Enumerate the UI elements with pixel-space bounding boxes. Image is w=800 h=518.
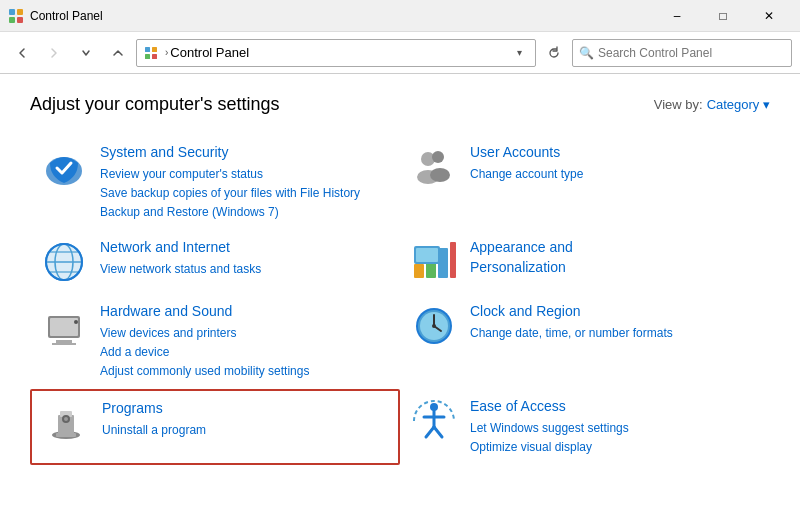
svg-point-10 <box>432 151 444 163</box>
appearance-title[interactable]: Appearance andPersonalization <box>470 238 760 277</box>
clock-region-icon <box>410 302 458 350</box>
refresh-button[interactable] <box>540 39 568 67</box>
svg-rect-25 <box>416 248 438 262</box>
programs-text: Programs Uninstall a program <box>102 399 388 440</box>
view-by-control: View by: Category ▾ <box>654 97 770 112</box>
system-security-icon <box>40 143 88 191</box>
address-bar: › Control Panel ▾ 🔍 <box>0 32 800 74</box>
search-box[interactable]: 🔍 <box>572 39 792 67</box>
category-programs[interactable]: Programs Uninstall a program <box>30 389 400 465</box>
maximize-button[interactable]: □ <box>700 0 746 32</box>
ease-access-link-2[interactable]: Optimize visual display <box>470 438 760 457</box>
network-internet-links: View network status and tasks <box>100 260 390 279</box>
svg-rect-5 <box>152 47 157 52</box>
search-input[interactable] <box>598 46 785 60</box>
svg-point-36 <box>432 324 436 328</box>
svg-rect-0 <box>9 9 15 15</box>
programs-icon <box>42 399 90 447</box>
category-user-accounts[interactable]: User Accounts Change account type <box>400 135 770 230</box>
svg-rect-42 <box>56 433 76 437</box>
svg-rect-23 <box>450 242 456 278</box>
address-separator: › <box>165 47 168 58</box>
appearance-text: Appearance andPersonalization <box>470 238 760 279</box>
hardware-sound-text: Hardware and Sound View devices and prin… <box>100 302 390 381</box>
page-title: Adjust your computer's settings <box>30 94 280 115</box>
system-security-links: Review your computer's status Save backu… <box>100 165 390 223</box>
ease-access-link-1[interactable]: Let Windows suggest settings <box>470 419 760 438</box>
content-header: Adjust your computer's settings View by:… <box>30 94 770 115</box>
ease-access-icon <box>410 397 458 445</box>
svg-rect-3 <box>17 17 23 23</box>
clock-region-title[interactable]: Clock and Region <box>470 302 760 322</box>
user-accounts-link-1[interactable]: Change account type <box>470 165 760 184</box>
up-button[interactable] <box>104 39 132 67</box>
system-security-text: System and Security Review your computer… <box>100 143 390 222</box>
svg-rect-7 <box>152 54 157 59</box>
appearance-icon <box>410 238 458 286</box>
user-accounts-links: Change account type <box>470 165 760 184</box>
network-internet-link-1[interactable]: View network status and tasks <box>100 260 390 279</box>
clock-region-link-1[interactable]: Change date, time, or number formats <box>470 324 760 343</box>
svg-rect-27 <box>50 318 78 336</box>
svg-rect-4 <box>145 47 150 52</box>
svg-rect-29 <box>52 343 76 345</box>
address-dropdown-button[interactable]: ▾ <box>509 43 529 63</box>
category-clock-region[interactable]: Clock and Region Change date, time, or n… <box>400 294 770 389</box>
hardware-sound-link-2[interactable]: Add a device <box>100 343 390 362</box>
minimize-button[interactable]: – <box>654 0 700 32</box>
user-accounts-icon <box>410 143 458 191</box>
system-security-link-3[interactable]: Backup and Restore (Windows 7) <box>100 203 390 222</box>
hardware-sound-title[interactable]: Hardware and Sound <box>100 302 390 322</box>
svg-rect-28 <box>56 340 72 343</box>
clock-region-text: Clock and Region Change date, time, or n… <box>470 302 760 343</box>
category-system-security[interactable]: System and Security Review your computer… <box>30 135 400 230</box>
svg-rect-1 <box>17 9 23 15</box>
network-internet-text: Network and Internet View network status… <box>100 238 390 279</box>
forward-button[interactable] <box>40 39 68 67</box>
address-bar-cp-icon <box>143 45 159 61</box>
svg-point-30 <box>74 320 78 324</box>
network-internet-title[interactable]: Network and Internet <box>100 238 390 258</box>
hardware-sound-links: View devices and printers Add a device A… <box>100 324 390 382</box>
hardware-sound-link-1[interactable]: View devices and printers <box>100 324 390 343</box>
title-bar: Control Panel – □ ✕ <box>0 0 800 32</box>
hardware-sound-link-3[interactable]: Adjust commonly used mobility settings <box>100 362 390 381</box>
svg-rect-6 <box>145 54 150 59</box>
category-hardware-sound[interactable]: Hardware and Sound View devices and prin… <box>30 294 400 389</box>
category-ease-access[interactable]: Ease of Access Let Windows suggest setti… <box>400 389 770 465</box>
user-accounts-text: User Accounts Change account type <box>470 143 760 184</box>
svg-rect-20 <box>414 264 424 278</box>
hardware-sound-icon <box>40 302 88 350</box>
view-by-label: View by: <box>654 97 703 112</box>
category-network-internet[interactable]: Network and Internet View network status… <box>30 230 400 294</box>
category-appearance[interactable]: Appearance andPersonalization <box>400 230 770 294</box>
ease-access-title[interactable]: Ease of Access <box>470 397 760 417</box>
user-accounts-title[interactable]: User Accounts <box>470 143 760 163</box>
programs-links: Uninstall a program <box>102 421 388 440</box>
system-security-link-1[interactable]: Review your computer's status <box>100 165 390 184</box>
search-icon: 🔍 <box>579 46 594 60</box>
ease-access-text: Ease of Access Let Windows suggest setti… <box>470 397 760 457</box>
view-by-value[interactable]: Category ▾ <box>707 97 770 112</box>
close-button[interactable]: ✕ <box>746 0 792 32</box>
network-internet-icon <box>40 238 88 286</box>
address-path: Control Panel <box>170 45 509 60</box>
system-security-link-2[interactable]: Save backup copies of your files with Fi… <box>100 184 390 203</box>
back-button[interactable] <box>8 39 36 67</box>
title-bar-icon <box>8 8 24 24</box>
svg-point-12 <box>430 168 450 182</box>
recent-locations-button[interactable] <box>72 39 100 67</box>
programs-link-1[interactable]: Uninstall a program <box>102 421 388 440</box>
address-bar-input[interactable]: › Control Panel ▾ <box>136 39 536 67</box>
clock-region-links: Change date, time, or number formats <box>470 324 760 343</box>
title-bar-controls: – □ ✕ <box>654 0 792 32</box>
svg-rect-2 <box>9 17 15 23</box>
svg-point-41 <box>64 417 68 421</box>
programs-title[interactable]: Programs <box>102 399 388 419</box>
main-content: Adjust your computer's settings View by:… <box>0 74 800 518</box>
categories-grid: System and Security Review your computer… <box>30 135 770 465</box>
system-security-title[interactable]: System and Security <box>100 143 390 163</box>
ease-access-links: Let Windows suggest settings Optimize vi… <box>470 419 760 457</box>
title-bar-title: Control Panel <box>30 9 654 23</box>
